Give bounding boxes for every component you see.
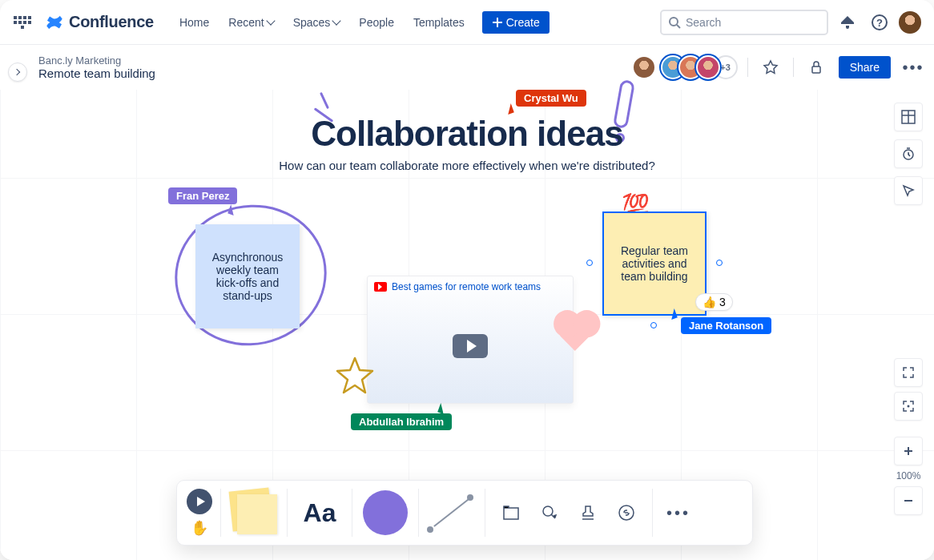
- star-doodle[interactable]: [335, 356, 375, 396]
- timer-button[interactable]: [894, 139, 923, 168]
- nav-templates-label: Templates: [413, 16, 465, 29]
- sticky-note-text: Regular team activities and team buildin…: [614, 244, 695, 283]
- layout-button[interactable]: [894, 103, 923, 131]
- separator: [287, 489, 288, 537]
- search-input[interactable]: Search: [660, 10, 828, 35]
- zoom-in-button[interactable]: [894, 437, 923, 465]
- nav-home[interactable]: Home: [171, 11, 217, 34]
- restrictions-button[interactable]: [803, 54, 829, 80]
- notifications-icon[interactable]: [835, 10, 860, 35]
- help-icon[interactable]: ?: [867, 10, 892, 35]
- cursor-indicator: [437, 403, 447, 414]
- svg-rect-3: [812, 66, 820, 73]
- create-label: Create: [506, 16, 540, 29]
- selection-handle[interactable]: [586, 260, 593, 266]
- nav-recent[interactable]: Recent: [220, 11, 281, 34]
- search-placeholder: Search: [686, 16, 721, 29]
- chevron-right-icon: [14, 69, 20, 75]
- nav-people-label: People: [359, 16, 394, 29]
- stamp-tool[interactable]: [570, 495, 606, 530]
- separator: [352, 489, 352, 537]
- smart-link-tool[interactable]: [532, 495, 567, 530]
- user-cursor-label: Crystal Wu: [516, 90, 586, 107]
- confluence-icon: [45, 13, 64, 32]
- separator: [418, 489, 419, 537]
- more-tools[interactable]: •••: [661, 495, 696, 530]
- presence-avatars: +3: [638, 55, 738, 79]
- sticky-note-blue[interactable]: Asynchronous weekly team kick-offs and s…: [195, 224, 300, 328]
- right-tool-rail: [894, 103, 923, 205]
- canvas-heading: Collaboration ideas: [0, 114, 934, 154]
- more-actions-button[interactable]: •••: [900, 54, 926, 80]
- user-cursor-label: Jane Rotanson: [681, 317, 771, 334]
- zoom-controls: 100%: [894, 358, 923, 515]
- plus-icon: [492, 17, 503, 28]
- chevron-down-icon: [266, 16, 275, 25]
- section-tool[interactable]: [493, 495, 529, 530]
- svg-point-6: [908, 405, 910, 408]
- product-name: Confluence: [69, 13, 154, 31]
- nav-spaces-label: Spaces: [293, 16, 331, 29]
- fullscreen-button[interactable]: [894, 358, 923, 387]
- separator: [652, 489, 653, 537]
- text-tool[interactable]: Aa: [296, 498, 344, 528]
- separator: [220, 489, 221, 537]
- thumbs-up-icon: 👍: [703, 296, 716, 308]
- canvas-subtitle: How can our team collaborate more effect…: [0, 159, 934, 172]
- nav-templates[interactable]: Templates: [405, 11, 473, 34]
- page-header: Banc.ly Marketing Remote team building +…: [0, 45, 934, 90]
- sticky-note-text: Asynchronous weekly team kick-offs and s…: [205, 251, 290, 302]
- svg-text:?: ?: [876, 17, 883, 29]
- presence-avatar[interactable]: [632, 55, 656, 79]
- link-tool[interactable]: [609, 495, 644, 530]
- selection-handle[interactable]: [716, 260, 723, 266]
- profile-avatar[interactable]: [899, 11, 921, 34]
- sticky-note-tool[interactable]: [229, 488, 279, 538]
- reaction-badge[interactable]: 👍 3: [695, 293, 733, 311]
- share-button[interactable]: Share: [839, 56, 891, 79]
- selection-handle[interactable]: [650, 322, 657, 328]
- app-switcher-icon[interactable]: [13, 13, 32, 32]
- play-button[interactable]: [453, 334, 488, 358]
- separator: [793, 58, 794, 77]
- top-navigation: Confluence Home Recent Spaces People Tem…: [0, 0, 934, 45]
- canvas-heading-text: Collaboration ideas: [0, 114, 934, 154]
- nav-home-label: Home: [179, 16, 209, 29]
- zoom-out-button[interactable]: [894, 486, 923, 515]
- nav-people[interactable]: People: [351, 11, 402, 34]
- nav-recent-label: Recent: [228, 16, 264, 29]
- primary-nav: Home Recent Spaces People Templates: [171, 11, 473, 34]
- cursor-indicator: [505, 103, 514, 115]
- video-embed[interactable]: Best games for remote work teams: [367, 276, 574, 404]
- breadcrumb-space[interactable]: Banc.ly Marketing: [38, 54, 155, 66]
- reaction-count: 3: [719, 296, 726, 308]
- search-icon: [668, 16, 681, 29]
- chevron-down-icon: [332, 16, 341, 25]
- separator: [747, 58, 748, 77]
- hand-tool[interactable]: ✋: [191, 519, 208, 537]
- fit-button[interactable]: [894, 392, 923, 421]
- shape-tool[interactable]: [360, 488, 410, 538]
- user-cursor-label: Abdullah Ibrahim: [351, 413, 452, 430]
- pointer-tool[interactable]: [187, 489, 212, 514]
- expand-sidebar-button[interactable]: [8, 62, 27, 82]
- presence-avatar[interactable]: [696, 55, 720, 79]
- star-button[interactable]: [758, 54, 783, 80]
- page-title: Remote team building: [38, 66, 155, 80]
- separator: [485, 489, 485, 537]
- youtube-icon: [374, 282, 387, 292]
- user-cursor-label: Fran Perez: [168, 187, 237, 204]
- cursor-mode-button[interactable]: [894, 176, 923, 205]
- whiteboard-toolbar: ✋ Aa •••: [176, 480, 753, 546]
- create-button[interactable]: Create: [482, 11, 550, 34]
- sticky-note-yellow[interactable]: Regular team activities and team buildin…: [602, 212, 707, 316]
- svg-rect-7: [504, 508, 518, 519]
- zoom-level: 100%: [896, 470, 921, 481]
- line-tool[interactable]: [427, 488, 477, 538]
- nav-spaces[interactable]: Spaces: [285, 11, 348, 34]
- product-logo[interactable]: Confluence: [45, 13, 154, 32]
- svg-point-0: [670, 18, 678, 26]
- video-title: Best games for remote work teams: [392, 281, 541, 292]
